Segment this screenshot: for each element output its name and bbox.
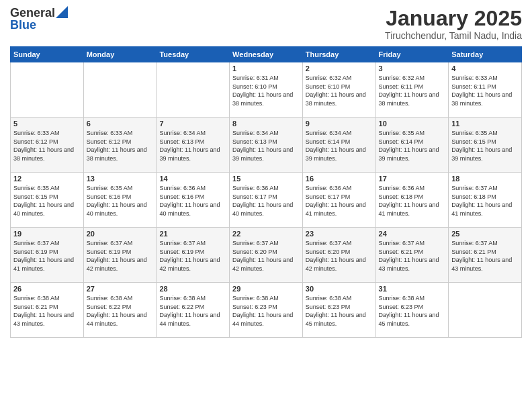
calendar-cell: 31Sunrise: 6:38 AM Sunset: 6:23 PM Dayli… (375, 283, 449, 338)
calendar-cell: 8Sunrise: 6:34 AM Sunset: 6:13 PM Daylig… (230, 118, 303, 173)
calendar-cell: 12Sunrise: 6:35 AM Sunset: 6:15 PM Dayli… (11, 173, 84, 228)
cell-info: Sunrise: 6:37 AM Sunset: 6:21 PM Dayligh… (379, 239, 446, 273)
calendar-cell: 22Sunrise: 6:37 AM Sunset: 6:20 PM Dayli… (230, 228, 303, 283)
calendar-week-3: 12Sunrise: 6:35 AM Sunset: 6:15 PM Dayli… (11, 173, 522, 228)
cell-info: Sunrise: 6:34 AM Sunset: 6:14 PM Dayligh… (306, 129, 373, 163)
cell-info: Sunrise: 6:37 AM Sunset: 6:20 PM Dayligh… (232, 239, 300, 273)
day-number: 29 (232, 285, 300, 293)
calendar-cell: 7Sunrise: 6:34 AM Sunset: 6:13 PM Daylig… (157, 118, 230, 173)
cell-info: Sunrise: 6:37 AM Sunset: 6:19 PM Dayligh… (13, 239, 81, 273)
calendar-header-tuesday: Tuesday (157, 47, 230, 62)
day-number: 28 (159, 285, 226, 293)
calendar-cell: 13Sunrise: 6:35 AM Sunset: 6:16 PM Dayli… (83, 173, 157, 228)
cell-info: Sunrise: 6:35 AM Sunset: 6:16 PM Dayligh… (87, 184, 154, 218)
logo-blue-text: Blue (10, 19, 36, 31)
day-number: 14 (159, 175, 226, 183)
day-number: 15 (232, 175, 300, 183)
calendar-cell: 16Sunrise: 6:36 AM Sunset: 6:17 PM Dayli… (302, 173, 375, 228)
calendar-cell: 26Sunrise: 6:38 AM Sunset: 6:21 PM Dayli… (11, 283, 84, 338)
location-subtitle: Tiruchchendur, Tamil Nadu, India (385, 30, 522, 41)
header: General Blue January 2025 Tiruchchendur,… (10, 7, 522, 41)
cell-info: Sunrise: 6:38 AM Sunset: 6:23 PM Dayligh… (379, 294, 446, 328)
day-number: 3 (379, 64, 446, 73)
cell-info: Sunrise: 6:32 AM Sunset: 6:10 PM Dayligh… (306, 74, 373, 107)
day-number: 17 (379, 175, 446, 183)
calendar-cell: 2Sunrise: 6:32 AM Sunset: 6:10 PM Daylig… (302, 62, 375, 118)
cell-info: Sunrise: 6:38 AM Sunset: 6:22 PM Dayligh… (87, 294, 154, 328)
calendar-cell: 17Sunrise: 6:36 AM Sunset: 6:18 PM Dayli… (375, 173, 449, 228)
calendar-cell: 18Sunrise: 6:37 AM Sunset: 6:18 PM Dayli… (449, 173, 522, 228)
calendar-week-1: 1Sunrise: 6:31 AM Sunset: 6:10 PM Daylig… (11, 62, 522, 118)
cell-info: Sunrise: 6:33 AM Sunset: 6:12 PM Dayligh… (87, 129, 154, 163)
cell-info: Sunrise: 6:32 AM Sunset: 6:11 PM Dayligh… (379, 74, 446, 107)
day-number: 19 (13, 230, 81, 238)
calendar-cell (83, 62, 157, 118)
day-number: 13 (87, 175, 154, 183)
calendar-cell: 27Sunrise: 6:38 AM Sunset: 6:22 PM Dayli… (83, 283, 157, 338)
cell-info: Sunrise: 6:37 AM Sunset: 6:21 PM Dayligh… (451, 239, 519, 273)
cell-info: Sunrise: 6:35 AM Sunset: 6:15 PM Dayligh… (13, 184, 81, 218)
cell-info: Sunrise: 6:37 AM Sunset: 6:20 PM Dayligh… (306, 239, 373, 273)
calendar-header-friday: Friday (375, 47, 449, 62)
day-number: 22 (232, 230, 300, 238)
calendar-cell: 4Sunrise: 6:33 AM Sunset: 6:11 PM Daylig… (449, 62, 522, 118)
day-number: 21 (159, 230, 226, 238)
cell-info: Sunrise: 6:33 AM Sunset: 6:11 PM Dayligh… (451, 74, 519, 107)
cell-info: Sunrise: 6:37 AM Sunset: 6:19 PM Dayligh… (87, 239, 154, 273)
day-number: 24 (379, 230, 446, 238)
calendar-table: SundayMondayTuesdayWednesdayThursdayFrid… (10, 46, 522, 338)
cell-info: Sunrise: 6:37 AM Sunset: 6:18 PM Dayligh… (451, 184, 519, 218)
day-number: 26 (13, 285, 81, 293)
day-number: 6 (87, 120, 154, 128)
calendar-cell: 25Sunrise: 6:37 AM Sunset: 6:21 PM Dayli… (449, 228, 522, 283)
calendar-cell: 28Sunrise: 6:38 AM Sunset: 6:22 PM Dayli… (157, 283, 230, 338)
day-number: 18 (451, 175, 519, 183)
logo-triangle-icon (56, 6, 68, 18)
day-number: 16 (306, 175, 373, 183)
calendar-cell: 14Sunrise: 6:36 AM Sunset: 6:16 PM Dayli… (157, 173, 230, 228)
cell-info: Sunrise: 6:34 AM Sunset: 6:13 PM Dayligh… (159, 129, 226, 163)
calendar-cell: 5Sunrise: 6:33 AM Sunset: 6:12 PM Daylig… (11, 118, 84, 173)
calendar-cell (157, 62, 230, 118)
calendar-cell: 9Sunrise: 6:34 AM Sunset: 6:14 PM Daylig… (302, 118, 375, 173)
cell-info: Sunrise: 6:34 AM Sunset: 6:13 PM Dayligh… (232, 129, 300, 163)
calendar-header-sunday: Sunday (11, 47, 84, 62)
calendar-header-thursday: Thursday (302, 47, 375, 62)
cell-info: Sunrise: 6:33 AM Sunset: 6:12 PM Dayligh… (13, 129, 81, 163)
logo-general-text: General (10, 7, 55, 19)
calendar-cell: 15Sunrise: 6:36 AM Sunset: 6:17 PM Dayli… (230, 173, 303, 228)
month-title: January 2025 (385, 7, 522, 30)
day-number: 8 (232, 120, 300, 128)
day-number: 10 (379, 120, 446, 128)
day-number: 25 (451, 230, 519, 238)
cell-info: Sunrise: 6:36 AM Sunset: 6:18 PM Dayligh… (379, 184, 446, 218)
calendar-week-4: 19Sunrise: 6:37 AM Sunset: 6:19 PM Dayli… (11, 228, 522, 283)
calendar-cell: 1Sunrise: 6:31 AM Sunset: 6:10 PM Daylig… (230, 62, 303, 118)
calendar-cell: 10Sunrise: 6:35 AM Sunset: 6:14 PM Dayli… (375, 118, 449, 173)
cell-info: Sunrise: 6:35 AM Sunset: 6:14 PM Dayligh… (379, 129, 446, 163)
cell-info: Sunrise: 6:36 AM Sunset: 6:16 PM Dayligh… (159, 184, 226, 218)
cell-info: Sunrise: 6:36 AM Sunset: 6:17 PM Dayligh… (306, 184, 373, 218)
calendar-header-monday: Monday (83, 47, 157, 62)
calendar-cell: 20Sunrise: 6:37 AM Sunset: 6:19 PM Dayli… (83, 228, 157, 283)
calendar-week-5: 26Sunrise: 6:38 AM Sunset: 6:21 PM Dayli… (11, 283, 522, 338)
calendar-cell: 23Sunrise: 6:37 AM Sunset: 6:20 PM Dayli… (302, 228, 375, 283)
calendar-cell: 3Sunrise: 6:32 AM Sunset: 6:11 PM Daylig… (375, 62, 449, 118)
day-number: 4 (451, 64, 519, 73)
cell-info: Sunrise: 6:37 AM Sunset: 6:19 PM Dayligh… (159, 239, 226, 273)
calendar-cell: 24Sunrise: 6:37 AM Sunset: 6:21 PM Dayli… (375, 228, 449, 283)
calendar-cell (11, 62, 84, 118)
calendar-cell: 29Sunrise: 6:38 AM Sunset: 6:23 PM Dayli… (230, 283, 303, 338)
day-number: 9 (306, 120, 373, 128)
title-block: January 2025 Tiruchchendur, Tamil Nadu, … (385, 7, 522, 41)
cell-info: Sunrise: 6:36 AM Sunset: 6:17 PM Dayligh… (232, 184, 300, 218)
calendar-header-wednesday: Wednesday (230, 47, 303, 62)
day-number: 2 (306, 64, 373, 73)
calendar-cell: 30Sunrise: 6:38 AM Sunset: 6:23 PM Dayli… (302, 283, 375, 338)
day-number: 20 (87, 230, 154, 238)
day-number: 5 (13, 120, 81, 128)
calendar-cell: 21Sunrise: 6:37 AM Sunset: 6:19 PM Dayli… (157, 228, 230, 283)
day-number: 12 (13, 175, 81, 183)
day-number: 27 (87, 285, 154, 293)
calendar-cell: 11Sunrise: 6:35 AM Sunset: 6:15 PM Dayli… (449, 118, 522, 173)
